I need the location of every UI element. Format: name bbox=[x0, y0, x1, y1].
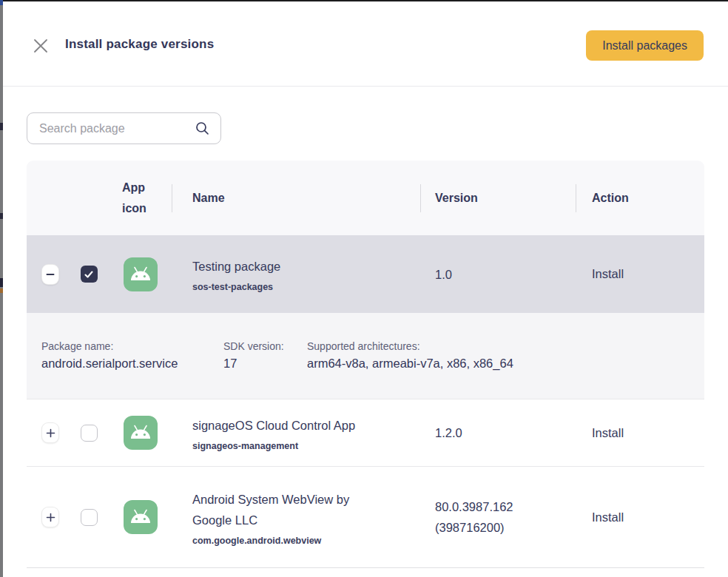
package-version: 1.0 bbox=[435, 264, 452, 285]
table-row[interactable]: signageOS Cloud Control App signageos-ma… bbox=[27, 399, 704, 467]
package-name: Testing package bbox=[192, 256, 280, 277]
header-expand-cell bbox=[27, 161, 68, 235]
package-name: signageOS Cloud Control App bbox=[192, 415, 355, 436]
install-action-link[interactable]: Install bbox=[592, 510, 624, 524]
header-checkbox-cell bbox=[68, 161, 109, 235]
close-icon bbox=[32, 37, 50, 55]
modal-header: Install package versions Install package… bbox=[0, 1, 728, 87]
packages-table: App icon Name Version Action bbox=[27, 161, 704, 568]
column-divider bbox=[576, 184, 576, 212]
package-id: signageos-management bbox=[192, 441, 298, 451]
table-header-row: App icon Name Version Action bbox=[27, 161, 704, 235]
column-header-version: Version bbox=[420, 161, 576, 235]
column-header-name: Name bbox=[172, 161, 420, 235]
column-divider bbox=[172, 184, 172, 212]
table-row[interactable]: Testing package sos-test-packages 1.0 In… bbox=[27, 235, 704, 313]
column-divider bbox=[420, 184, 421, 212]
modal-title: Install package versions bbox=[65, 1, 214, 87]
column-label: Action bbox=[592, 192, 629, 205]
table-row[interactable]: Android System WebView by Google LLC com… bbox=[27, 467, 704, 568]
plus-icon bbox=[46, 513, 55, 522]
detail-label: Supported architectures: bbox=[307, 339, 704, 354]
underlying-page-edge bbox=[0, 0, 3, 577]
detail-value: android.serialport.service bbox=[41, 354, 223, 373]
install-action-link[interactable]: Install bbox=[592, 426, 624, 440]
column-header-action: Action bbox=[576, 161, 704, 235]
detail-architectures-group: Supported architectures: arm64-v8a, arme… bbox=[307, 339, 704, 373]
plus-icon bbox=[46, 428, 55, 438]
collapse-row-button[interactable] bbox=[41, 264, 59, 285]
detail-label: SDK version: bbox=[223, 339, 307, 354]
install-action-link[interactable]: Install bbox=[592, 267, 624, 281]
detail-package-name-group: Package name: android.serialport.service bbox=[41, 339, 223, 373]
package-id: sos-test-packages bbox=[192, 282, 273, 292]
row-checkbox-unchecked[interactable] bbox=[81, 509, 98, 526]
android-app-icon bbox=[124, 257, 158, 291]
android-app-icon bbox=[124, 500, 158, 534]
column-label: Name bbox=[192, 192, 225, 205]
package-version: 80.0.3987.162 (398716200) bbox=[435, 496, 567, 538]
package-version: 1.2.0 bbox=[435, 422, 462, 443]
row-checkbox-checked[interactable] bbox=[81, 266, 98, 283]
detail-value: 17 bbox=[223, 354, 307, 373]
android-app-icon bbox=[124, 416, 158, 450]
close-button[interactable] bbox=[30, 35, 52, 57]
column-label: App icon bbox=[122, 178, 156, 219]
install-packages-button[interactable]: Install packages bbox=[586, 30, 704, 61]
detail-value: arm64-v8a, armeabi-v7a, x86, x86_64 bbox=[307, 354, 704, 373]
checkmark-icon bbox=[84, 269, 94, 280]
package-details-panel: Package name: android.serialport.service… bbox=[27, 313, 704, 399]
expand-row-button[interactable] bbox=[41, 507, 59, 527]
expand-row-button[interactable] bbox=[41, 422, 59, 443]
detail-sdk-version-group: SDK version: 17 bbox=[223, 339, 307, 373]
search-icon bbox=[195, 121, 209, 135]
column-header-app-icon: App icon bbox=[109, 161, 172, 235]
page-top-edge bbox=[0, 0, 728, 1]
minus-icon bbox=[46, 270, 55, 279]
package-id: com.google.android.webview bbox=[192, 536, 321, 546]
column-label: Version bbox=[435, 192, 478, 205]
row-checkbox-unchecked[interactable] bbox=[81, 425, 98, 442]
search-field-wrapper bbox=[27, 112, 221, 144]
package-name: Android System WebView by Google LLC bbox=[192, 489, 381, 530]
search-input[interactable] bbox=[27, 112, 221, 144]
detail-label: Package name: bbox=[41, 339, 223, 354]
